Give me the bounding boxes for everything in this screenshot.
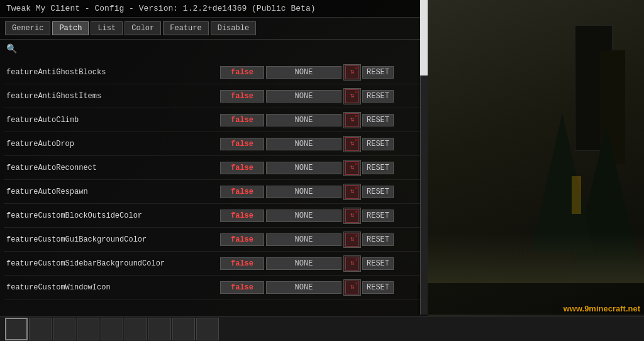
feature-icon-btn-2[interactable]: ⇅× <box>343 112 361 128</box>
sort-icon-1: ⇅× <box>345 89 359 103</box>
feature-name-7: featureCustomGuiBackgroundColor <box>6 235 220 244</box>
tab-generic[interactable]: Generic <box>5 21 50 35</box>
tab-patch[interactable]: Patch <box>52 21 89 35</box>
taskbar-slot-0[interactable] <box>5 318 28 340</box>
feature-name-1: featureAntiGhostItems <box>6 92 220 101</box>
feature-name-8: featureCustomSidebarBackgroundColor <box>6 259 220 268</box>
tab-list[interactable]: List <box>91 21 123 35</box>
feature-icon-btn-7[interactable]: ⇅× <box>343 232 361 248</box>
sort-icon-4: ⇅× <box>345 161 359 175</box>
feature-reset-3[interactable]: RESET <box>362 138 394 150</box>
sort-icon-3: ⇅× <box>345 137 359 151</box>
feature-keybind-0[interactable]: NONE <box>266 66 341 79</box>
taskbar-slot-7[interactable] <box>172 318 195 340</box>
taskbar-slot-1[interactable] <box>29 318 52 340</box>
taskbar-slots <box>5 318 219 340</box>
feature-keybind-2[interactable]: NONE <box>266 114 341 126</box>
sort-icon-5: ⇅× <box>345 185 359 199</box>
feature-icon-btn-9[interactable]: ⇅× <box>343 279 361 296</box>
watermark: www.9minecraft.net <box>564 304 640 313</box>
taskbar-slot-2[interactable] <box>53 318 75 340</box>
feature-reset-1[interactable]: RESET <box>362 90 394 103</box>
feature-row: featureAutoClimb false NONE ⇅× RESET <box>4 108 424 132</box>
feature-name-5: featureAutoRespawn <box>6 187 220 196</box>
feature-row: featureAntiGhostBlocks false NONE ⇅× RES… <box>4 60 424 84</box>
feature-row: featureAutoRespawn false NONE ⇅× RESET <box>4 180 424 204</box>
main-panel: Tweak My Client - Config - Version: 1.2.… <box>0 0 428 341</box>
feature-icon-btn-6[interactable]: ⇅× <box>343 208 361 224</box>
search-bar: 🔍 <box>0 40 428 58</box>
sort-icon-8: ⇅× <box>345 257 359 271</box>
tab-disable[interactable]: Disable <box>211 21 256 35</box>
feature-reset-7[interactable]: RESET <box>362 233 394 246</box>
feature-reset-0[interactable]: RESET <box>362 66 394 79</box>
feature-icon-btn-0[interactable]: ⇅× <box>343 64 361 81</box>
feature-row: featureCustomGuiBackgroundColor false NO… <box>4 228 424 252</box>
taskbar-slot-3[interactable] <box>77 318 99 340</box>
feature-reset-9[interactable]: RESET <box>362 281 394 294</box>
tab-bar: Generic Patch List Color Feature Disable <box>0 18 428 40</box>
background-scene <box>418 0 644 315</box>
feature-value-1[interactable]: false <box>220 90 264 103</box>
feature-reset-6[interactable]: RESET <box>362 210 394 222</box>
feature-keybind-5[interactable]: NONE <box>266 186 341 198</box>
feature-row: featureAntiGhostItems false NONE ⇅× RESE… <box>4 84 424 108</box>
feature-value-5[interactable]: false <box>220 186 264 198</box>
feature-reset-5[interactable]: RESET <box>362 186 394 198</box>
feature-reset-8[interactable]: RESET <box>362 257 394 270</box>
feature-reset-2[interactable]: RESET <box>362 114 394 126</box>
sort-icon-2: ⇅× <box>345 113 359 127</box>
taskbar-slot-6[interactable] <box>148 318 171 340</box>
search-icon[interactable]: 🔍 <box>6 43 17 54</box>
feature-list: featureAntiGhostBlocks false NONE ⇅× RES… <box>0 58 428 302</box>
feature-row: featureCustomBlockOutsideColor false NON… <box>4 204 424 228</box>
feature-value-9[interactable]: false <box>220 281 264 294</box>
feature-keybind-8[interactable]: NONE <box>266 257 341 270</box>
feature-value-2[interactable]: false <box>220 114 264 126</box>
feature-keybind-9[interactable]: NONE <box>266 281 341 294</box>
feature-name-4: featureAutoReconnect <box>6 164 220 172</box>
feature-icon-btn-1[interactable]: ⇅× <box>343 88 361 104</box>
feature-icon-btn-4[interactable]: ⇅× <box>343 160 361 176</box>
sort-icon-7: ⇅× <box>345 233 359 247</box>
feature-name-2: featureAutoClimb <box>6 116 220 125</box>
feature-icon-btn-5[interactable]: ⇅× <box>343 184 361 200</box>
feature-row: featureCustomSidebarBackgroundColor fals… <box>4 252 424 276</box>
sort-icon-0: ⇅× <box>345 65 359 79</box>
scrollbar-thumb[interactable] <box>420 0 428 75</box>
feature-row: featureCustomWindowIcon false NONE ⇅× RE… <box>4 276 424 299</box>
taskbar-slot-4[interactable] <box>101 318 123 340</box>
sort-icon-6: ⇅× <box>345 209 359 223</box>
feature-keybind-4[interactable]: NONE <box>266 162 341 174</box>
feature-name-3: featureAutoDrop <box>6 140 220 148</box>
title-bar: Tweak My Client - Config - Version: 1.2.… <box>0 0 428 18</box>
feature-icon-btn-8[interactable]: ⇅× <box>343 255 361 272</box>
feature-value-7[interactable]: false <box>220 233 264 246</box>
feature-value-3[interactable]: false <box>220 138 264 150</box>
feature-keybind-3[interactable]: NONE <box>266 138 341 150</box>
feature-reset-4[interactable]: RESET <box>362 162 394 174</box>
sort-icon-9: ⇅× <box>345 281 359 294</box>
taskbar-slot-5[interactable] <box>125 318 147 340</box>
tab-feature[interactable]: Feature <box>163 21 208 35</box>
feature-name-6: featureCustomBlockOutsideColor <box>6 211 220 220</box>
feature-row: featureAutoDrop false NONE ⇅× RESET <box>4 132 424 156</box>
taskbar <box>0 316 644 341</box>
window-title: Tweak My Client - Config - Version: 1.2.… <box>6 4 315 13</box>
feature-keybind-6[interactable]: NONE <box>266 210 341 222</box>
feature-value-4[interactable]: false <box>220 162 264 174</box>
feature-name-0: featureAntiGhostBlocks <box>6 68 220 77</box>
feature-row: featureAutoReconnect false NONE ⇅× RESET <box>4 156 424 180</box>
tab-color[interactable]: Color <box>125 21 161 35</box>
scrollbar[interactable] <box>420 0 428 315</box>
feature-keybind-7[interactable]: NONE <box>266 233 341 246</box>
feature-value-0[interactable]: false <box>220 66 264 79</box>
taskbar-slot-8[interactable] <box>196 318 219 340</box>
feature-value-6[interactable]: false <box>220 210 264 222</box>
feature-icon-btn-3[interactable]: ⇅× <box>343 136 361 152</box>
feature-value-8[interactable]: false <box>220 257 264 270</box>
feature-name-9: featureCustomWindowIcon <box>6 283 220 292</box>
feature-keybind-1[interactable]: NONE <box>266 90 341 103</box>
